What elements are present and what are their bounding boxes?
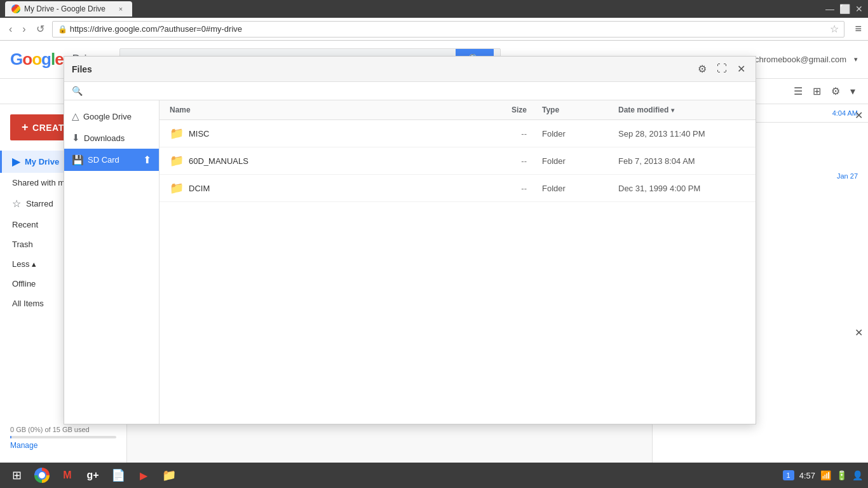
dialog-controls: ⚙ ⛶ ✕: [695, 62, 748, 76]
folder-icon-dcim: 📁: [170, 181, 184, 195]
chrome-icon: [34, 468, 50, 483]
tab-close-btn[interactable]: ×: [116, 4, 126, 14]
dropdown-arrow[interactable]: ▾: [854, 55, 858, 64]
grid-view-icon[interactable]: ⊞: [810, 83, 824, 100]
downloads-sidebar-label: Downloads: [84, 133, 125, 143]
file-size-misc: --: [491, 129, 542, 139]
file-name-cell: 📁 MISC: [170, 126, 491, 140]
col-header-name: Name: [170, 105, 491, 114]
file-list: Name Size Type Date modified ▾ 📁 MISC --…: [159, 100, 756, 424]
offline-label: Offline: [12, 279, 36, 288]
file-type-60d: Folder: [542, 156, 618, 166]
dialog-sidebar-sd-card[interactable]: 💾 SD Card ⬆: [64, 149, 159, 171]
taskbar-chrome[interactable]: [31, 465, 53, 485]
file-date-misc: Sep 28, 2013 11:40 PM: [618, 129, 745, 139]
file-name-misc: MISC: [189, 129, 210, 139]
battery-icon: 🔋: [836, 470, 847, 480]
sd-card-sidebar-icon: 💾: [72, 154, 84, 166]
taskbar-gmail[interactable]: M: [56, 465, 79, 485]
dialog-fullscreen-icon[interactable]: ⛶: [714, 62, 729, 76]
folder-icon-60d: 📁: [170, 154, 184, 168]
dialog-body: △ Google Drive ⬇ Downloads 💾 SD Card ⬆ N…: [64, 100, 756, 424]
address-bar: ‹ › ↺ 🔒 https://drive.google.com/?authus…: [0, 18, 868, 41]
col-header-size: Size: [491, 105, 542, 114]
dialog-close-icon[interactable]: ✕: [735, 62, 748, 76]
url-text: https://drive.google.com/?authuser=0#my-…: [70, 24, 242, 34]
dialog-sidebar-google-drive[interactable]: △ Google Drive: [64, 105, 159, 127]
sort-arrow-icon[interactable]: ▾: [671, 107, 674, 114]
col-header-type: Type: [542, 105, 618, 114]
more-options-icon[interactable]: ▾: [848, 83, 858, 100]
dialog-search-icon: 🔍: [72, 86, 83, 96]
gplus-icon: g+: [86, 470, 98, 481]
logo-o1: o: [22, 50, 32, 69]
file-type-dcim: Folder: [542, 184, 618, 193]
table-row[interactable]: 📁 60D_MANUALS -- Folder Feb 7, 2013 8:04…: [159, 147, 756, 175]
file-size-dcim: --: [491, 184, 542, 193]
taskbar-apps-btn[interactable]: ⊞: [5, 465, 28, 485]
logo-o2: o: [32, 50, 41, 69]
gmail-icon: M: [63, 470, 71, 481]
file-name-cell: 📁 60D_MANUALS: [170, 154, 491, 168]
activity-panel-close2[interactable]: ✕: [855, 327, 863, 339]
table-row[interactable]: 📁 MISC -- Folder Sep 28, 2013 11:40 PM: [159, 120, 756, 147]
google-drive-sidebar-label: Google Drive: [83, 112, 132, 121]
docs-icon: 📄: [111, 468, 125, 482]
taskbar-files[interactable]: 📁: [158, 465, 180, 485]
taskbar-time: 4:57: [799, 471, 815, 480]
manage-link[interactable]: Manage: [10, 441, 37, 450]
file-name-dcim: DCIM: [189, 184, 210, 193]
maximize-btn[interactable]: ⬜: [839, 4, 850, 14]
wifi-icon: 📶: [820, 470, 831, 480]
my-drive-label: My Drive: [25, 157, 59, 166]
profile-icon[interactable]: 👤: [852, 470, 863, 480]
logo-g: G: [10, 50, 22, 69]
notification-badge[interactable]: 1: [783, 470, 794, 480]
table-row[interactable]: 📁 DCIM -- Folder Dec 31, 1999 4:00 PM: [159, 175, 756, 202]
refresh-btn[interactable]: ↺: [34, 22, 47, 36]
apps-icon: ⊞: [12, 468, 22, 482]
taskbar-youtube[interactable]: ▶: [132, 465, 155, 485]
file-size-60d: --: [491, 156, 542, 166]
starred-icon: ☆: [12, 198, 21, 210]
dialog-title: Files: [72, 64, 92, 74]
file-type-misc: Folder: [542, 129, 618, 139]
dialog-search-input[interactable]: [88, 86, 748, 96]
tab-title: My Drive - Google Drive: [24, 4, 105, 13]
dialog-sidebar-downloads[interactable]: ⬇ Downloads: [64, 127, 159, 149]
create-plus-icon: +: [22, 121, 29, 134]
activity-panel-close[interactable]: ✕: [855, 109, 863, 121]
back-btn[interactable]: ‹: [6, 22, 15, 36]
file-date-dcim: Dec 31, 1999 4:00 PM: [618, 184, 745, 193]
logo-e: e: [55, 50, 63, 69]
bookmark-icon[interactable]: ☆: [830, 23, 839, 35]
settings-icon[interactable]: ⚙: [829, 83, 843, 100]
list-view-icon[interactable]: ☰: [791, 83, 805, 100]
shared-label: Shared with me: [12, 178, 69, 187]
forward-btn[interactable]: ›: [20, 22, 28, 36]
logo-g2: g: [41, 50, 51, 69]
files-icon: 📁: [162, 468, 176, 482]
my-drive-icon: ▶: [12, 156, 20, 168]
file-name-cell: 📁 DCIM: [170, 181, 491, 195]
recent-label: Recent: [12, 220, 38, 229]
all-items-label: All Items: [12, 299, 44, 308]
sd-card-sidebar-label: SD Card: [88, 155, 119, 165]
browser-menu-icon[interactable]: ≡: [855, 22, 862, 36]
url-box[interactable]: 🔒 https://drive.google.com/?authuser=0#m…: [52, 21, 845, 37]
browser-titlebar: My Drive - Google Drive × — ⬜ ✕: [0, 0, 868, 18]
taskbar-right: 1 4:57 📶 🔋 👤: [783, 470, 863, 480]
minimize-btn[interactable]: —: [825, 4, 834, 14]
dialog-header: Files ⚙ ⛶ ✕: [64, 57, 756, 82]
taskbar-docs[interactable]: 📄: [107, 465, 130, 485]
taskbar-gplus[interactable]: g+: [81, 465, 104, 485]
youtube-icon: ▶: [140, 470, 147, 482]
dialog-sidebar: △ Google Drive ⬇ Downloads 💾 SD Card ⬆: [64, 100, 159, 424]
trash-label: Trash: [12, 240, 33, 249]
downloads-sidebar-icon: ⬇: [72, 132, 80, 144]
close-btn[interactable]: ✕: [855, 4, 863, 14]
storage-fill: [10, 436, 11, 438]
upload-icon[interactable]: ⬆: [143, 154, 151, 166]
browser-tab[interactable]: My Drive - Google Drive ×: [5, 1, 132, 17]
dialog-settings-icon[interactable]: ⚙: [695, 62, 709, 76]
